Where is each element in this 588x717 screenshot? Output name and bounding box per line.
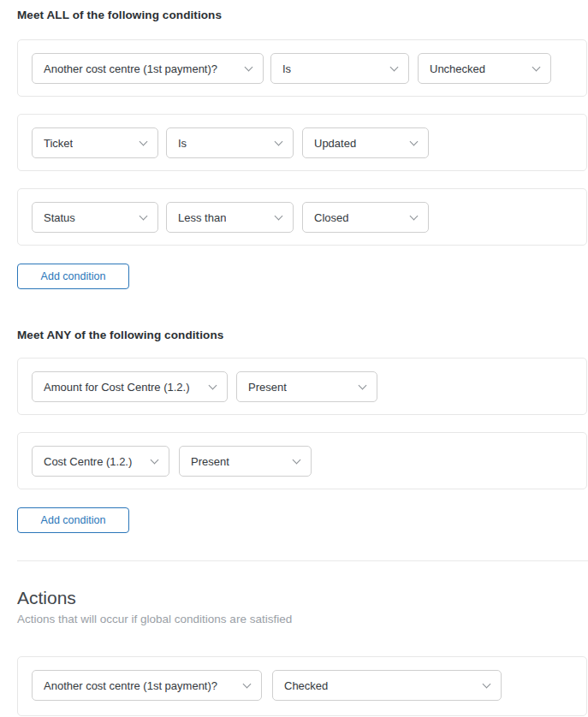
select-value: Cost Centre (1.2.) [44, 455, 132, 468]
select-value: Present [191, 455, 229, 468]
chevron-down-icon [151, 455, 159, 464]
chevron-down-icon [275, 211, 283, 220]
chevron-down-icon [483, 679, 491, 688]
select-value: Present [248, 381, 287, 394]
select-value: Closed [314, 211, 348, 224]
select-value: Another cost centre (1st payment)? [44, 62, 217, 75]
chevron-down-icon [140, 137, 148, 145]
add-condition-button-any[interactable]: Add condition [17, 507, 129, 533]
action-card: Another cost centre (1st payment)? Check… [17, 656, 587, 716]
chevron-down-icon [359, 381, 367, 389]
action-field-select[interactable]: Another cost centre (1st payment)? [32, 670, 262, 701]
condition-field-select[interactable]: Another cost centre (1st payment)? [32, 53, 264, 84]
actions-heading: Actions [17, 588, 76, 608]
select-value: Checked [284, 679, 328, 692]
section-divider [17, 560, 588, 561]
actions-subtitle: Actions that will occur if global condit… [17, 613, 292, 625]
all-conditions-heading: Meet ALL of the following conditions [17, 9, 222, 21]
condition-operator-select[interactable]: Is [270, 53, 409, 84]
select-value: Status [44, 211, 75, 224]
chevron-down-icon [243, 679, 252, 688]
condition-field-select[interactable]: Ticket [32, 127, 158, 158]
condition-card: Another cost centre (1st payment)? Is Un… [17, 39, 587, 97]
condition-card: Status Less than Closed [17, 188, 587, 246]
chevron-down-icon [410, 137, 419, 145]
condition-value-select[interactable]: Closed [302, 202, 429, 233]
condition-operator-select[interactable]: Is [166, 127, 294, 158]
condition-field-select[interactable]: Amount for Cost Centre (1.2.) [32, 371, 228, 402]
condition-card: Amount for Cost Centre (1.2.) Present [17, 358, 587, 415]
chevron-down-icon [293, 455, 301, 464]
condition-field-select[interactable]: Cost Centre (1.2.) [32, 446, 169, 477]
select-value: Less than [178, 211, 226, 224]
chevron-down-icon [245, 62, 253, 71]
chevron-down-icon [390, 62, 399, 71]
condition-card: Cost Centre (1.2.) Present [17, 432, 587, 489]
condition-operator-select[interactable]: Less than [166, 202, 294, 233]
any-conditions-heading: Meet ANY of the following conditions [17, 329, 223, 341]
select-value: Unchecked [430, 62, 485, 75]
chevron-down-icon [410, 211, 419, 220]
rule-builder-page: Meet ALL of the following conditions Ano… [0, 0, 588, 717]
select-value: Another cost centre (1st payment)? [44, 679, 217, 692]
add-condition-button-all[interactable]: Add condition [17, 264, 129, 289]
condition-value-select[interactable]: Updated [302, 127, 429, 158]
condition-operator-select[interactable]: Present [236, 371, 377, 402]
action-value-select[interactable]: Checked [272, 670, 502, 701]
chevron-down-icon [140, 211, 148, 220]
condition-value-select[interactable]: Unchecked [418, 53, 551, 84]
chevron-down-icon [209, 381, 217, 389]
select-value: Is [178, 137, 187, 150]
select-value: Ticket [44, 137, 73, 150]
select-value: Updated [314, 137, 356, 150]
condition-card: Ticket Is Updated [17, 114, 587, 171]
select-value: Is [282, 62, 291, 75]
condition-operator-select[interactable]: Present [179, 446, 312, 477]
condition-field-select[interactable]: Status [32, 202, 158, 233]
select-value: Amount for Cost Centre (1.2.) [44, 381, 190, 394]
chevron-down-icon [532, 62, 541, 71]
chevron-down-icon [275, 137, 283, 145]
